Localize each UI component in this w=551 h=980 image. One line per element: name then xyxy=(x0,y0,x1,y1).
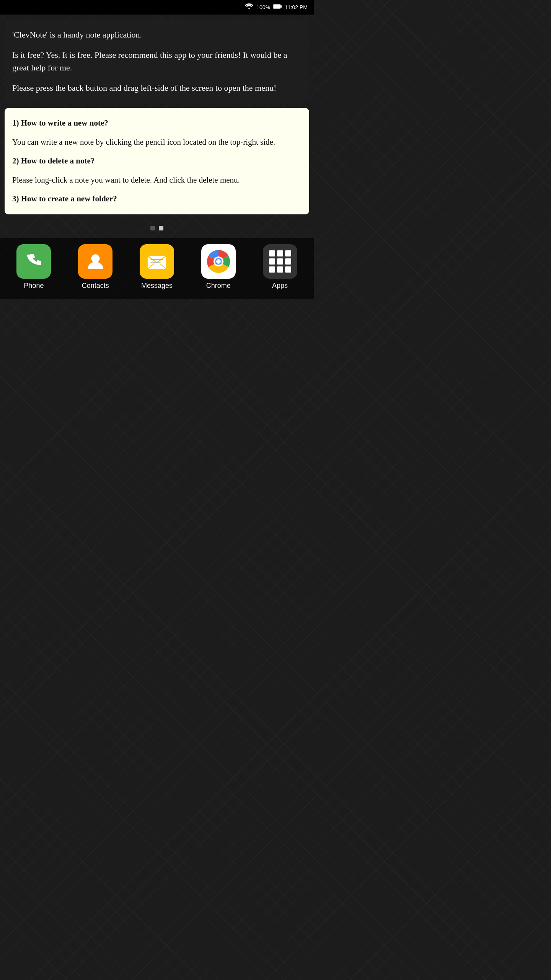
svg-point-14 xyxy=(216,259,221,264)
page-dot-2[interactable] xyxy=(159,226,163,230)
dark-card-line3: Please press the back button and drag le… xyxy=(12,82,302,94)
question2-title: 2) How to delete a note? xyxy=(12,155,302,167)
svg-rect-2 xyxy=(280,5,282,8)
dark-card-line2: Is it free? Yes. It is free. Please reco… xyxy=(12,49,302,74)
question3-title: 3) How to create a new folder? xyxy=(12,193,302,205)
phone-icon xyxy=(23,251,44,272)
contacts-icon-bg xyxy=(78,244,112,279)
page-indicators xyxy=(0,219,314,234)
chrome-icon-bg xyxy=(201,244,236,279)
chrome-icon xyxy=(205,248,232,275)
dock-chrome[interactable]: Chrome xyxy=(196,244,241,290)
phone-label: Phone xyxy=(24,282,44,290)
messages-label: Messages xyxy=(141,282,173,290)
dark-note-card: 'ClevNote' is a handy note application. … xyxy=(5,19,309,103)
dock-phone[interactable]: Phone xyxy=(11,244,57,290)
contacts-label: Contacts xyxy=(82,282,109,290)
bottom-dock: Phone Contacts M xyxy=(0,238,314,299)
apps-icon xyxy=(265,247,295,276)
battery-percentage: 100% xyxy=(256,4,270,10)
messages-icon-bg xyxy=(140,244,174,279)
question1-answer: You can write a new note by clicking the… xyxy=(12,136,302,149)
apps-icon-bg xyxy=(263,244,297,279)
dark-card-line1: 'ClevNote' is a handy note application. xyxy=(12,28,302,41)
svg-rect-1 xyxy=(274,5,280,8)
apps-label: Apps xyxy=(272,282,288,290)
messages-icon xyxy=(146,250,168,273)
wifi-icon xyxy=(245,3,253,11)
dock-apps[interactable]: Apps xyxy=(257,244,303,290)
question2-answer: Please long-click a note you want to del… xyxy=(12,174,302,186)
phone-icon-bg xyxy=(16,244,51,279)
chrome-label: Chrome xyxy=(206,282,231,290)
question1-title: 1) How to write a new note? xyxy=(12,117,302,129)
time-display: 11:02 PM xyxy=(285,4,308,10)
light-note-card: 1) How to write a new note? You can writ… xyxy=(5,108,309,214)
page-dot-1[interactable] xyxy=(150,226,155,230)
contacts-icon xyxy=(85,251,106,272)
status-bar: 100% 11:02 PM xyxy=(0,0,314,15)
dock-messages[interactable]: Messages xyxy=(134,244,180,290)
svg-point-3 xyxy=(91,254,99,263)
dock-contacts[interactable]: Contacts xyxy=(72,244,118,290)
battery-icon xyxy=(273,4,282,11)
